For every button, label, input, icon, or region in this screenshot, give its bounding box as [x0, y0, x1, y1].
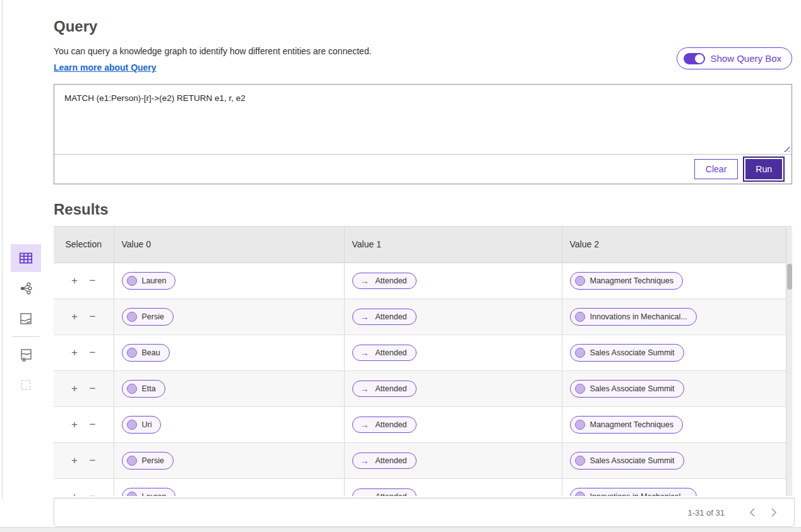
query-input[interactable]: MATCH (e1:Person)-[r]->(e2) RETURN e1, r…	[54, 85, 792, 154]
results-table: Selection Value 0 Value 1 Value 2 + −	[54, 227, 786, 496]
relationship-chip[interactable]: → Attended	[352, 452, 417, 469]
relationship-label: Attended	[376, 420, 407, 429]
relationship-arrow-icon: →	[357, 312, 371, 321]
entity-chip[interactable]: Sales Associate Summit	[570, 452, 684, 470]
entity-label: Lauren	[142, 492, 167, 497]
entity-node-icon	[575, 492, 585, 497]
entity-chip[interactable]: Sales Associate Summit	[570, 344, 684, 362]
left-edge-divider	[2, 0, 3, 499]
value0-cell: Beau	[114, 334, 344, 370]
main-content: Query You can query a knowledge graph to…	[54, 0, 792, 532]
table-row: + − Uri → Attended	[54, 406, 786, 442]
entity-chip[interactable]: Beau	[122, 344, 170, 362]
relationship-chip[interactable]: → Attended	[352, 417, 417, 433]
map-view-icon	[18, 311, 33, 326]
show-query-box-toggle[interactable]: Show Query Box	[677, 47, 792, 69]
sidebar-divider	[12, 336, 40, 337]
entity-chip[interactable]: Lauren	[122, 272, 176, 290]
value1-cell: → Attended	[344, 370, 562, 406]
link-chart-view-button[interactable]	[11, 275, 41, 302]
add-to-selection-button[interactable]: +	[67, 310, 82, 323]
relationship-chip[interactable]: → Attended	[352, 488, 417, 497]
value2-cell: Managment Techniques	[562, 406, 786, 442]
relationship-chip[interactable]: → Attended	[352, 273, 417, 289]
table-view-button[interactable]	[11, 244, 41, 272]
add-to-selection-button[interactable]: +	[67, 490, 82, 496]
map-view-button[interactable]	[11, 305, 41, 333]
learn-more-link[interactable]: Learn more about Query	[54, 62, 157, 73]
remove-from-selection-button[interactable]: −	[85, 382, 100, 395]
table-header-row: Selection Value 0 Value 1 Value 2	[54, 227, 786, 263]
remove-from-selection-button[interactable]: −	[85, 310, 100, 323]
table-scrollbar-thumb[interactable]	[787, 264, 792, 290]
add-to-selection-button[interactable]: +	[67, 454, 82, 467]
value2-cell: Innovations in Mechanical...	[562, 299, 786, 334]
remove-from-selection-button[interactable]: −	[85, 346, 100, 359]
entity-chip[interactable]: Innovations in Mechanical...	[570, 488, 697, 497]
entity-chip[interactable]: Sales Associate Summit	[570, 380, 684, 398]
table-row: + − Lauren → Attended	[54, 263, 786, 299]
relationship-chip[interactable]: → Attended	[352, 309, 417, 325]
entity-node-icon	[575, 348, 585, 358]
value0-cell: Persie	[114, 442, 344, 478]
entity-chip[interactable]: Innovations in Mechanical...	[570, 308, 697, 326]
previous-page-button[interactable]	[744, 504, 761, 521]
remove-from-selection-button[interactable]: −	[85, 418, 100, 431]
selection-frame-button	[11, 371, 41, 399]
entity-chip[interactable]: Etta	[122, 380, 165, 398]
page-description: You can query a knowledge graph to ident…	[54, 46, 372, 56]
page-title: Query	[54, 18, 97, 35]
entity-chip[interactable]: Managment Techniques	[570, 416, 684, 434]
entity-node-icon	[575, 456, 585, 466]
entity-chip[interactable]: Persie	[122, 452, 174, 470]
entity-node-icon	[127, 276, 137, 286]
entity-node-icon	[575, 276, 585, 286]
show-query-box-label: Show Query Box	[710, 53, 781, 64]
next-page-button[interactable]	[765, 504, 783, 521]
results-table-body: + − Lauren → Attended	[54, 263, 786, 496]
value1-cell: → Attended	[344, 334, 562, 370]
run-button[interactable]: Run	[744, 158, 783, 180]
relationship-arrow-icon: →	[357, 348, 371, 357]
relationship-label: Attended	[376, 276, 407, 285]
clear-button[interactable]: Clear	[694, 159, 738, 179]
relationship-chip[interactable]: → Attended	[352, 345, 417, 361]
entity-label: Etta	[142, 384, 156, 393]
relationship-label: Attended	[376, 384, 407, 393]
new-map-button[interactable]	[11, 341, 41, 369]
view-switcher-sidebar	[11, 244, 41, 401]
value1-cell: → Attended	[344, 406, 562, 442]
add-to-selection-button[interactable]: +	[67, 382, 82, 395]
entity-label: Innovations in Mechanical...	[590, 312, 687, 321]
entity-node-icon	[575, 384, 585, 394]
table-row: + − Persie → Attended	[54, 442, 786, 478]
query-page: Query You can query a knowledge graph to…	[0, 0, 801, 532]
entity-chip[interactable]: Lauren	[122, 488, 176, 497]
table-row: + − Lauren → Attended	[54, 478, 786, 496]
value0-cell: Lauren	[114, 263, 344, 299]
pagination-range-label: 1-31 of 31	[687, 508, 725, 517]
results-table-container: Selection Value 0 Value 1 Value 2 + −	[54, 226, 792, 496]
remove-from-selection-button[interactable]: −	[85, 274, 100, 287]
relationship-label: Attended	[376, 492, 407, 497]
relationship-chip[interactable]: → Attended	[352, 381, 417, 397]
column-header-value2: Value 2	[562, 227, 786, 263]
add-to-selection-button[interactable]: +	[67, 418, 82, 431]
entity-chip[interactable]: Managment Techniques	[570, 272, 684, 290]
bottom-edge-strip	[0, 527, 801, 532]
entity-node-icon	[127, 420, 137, 430]
add-to-selection-button[interactable]: +	[67, 274, 82, 287]
relationship-arrow-icon: →	[357, 420, 371, 429]
entity-node-icon	[575, 420, 585, 430]
pagination-bar: 1-31 of 31	[54, 498, 795, 527]
column-header-value1: Value 1	[344, 227, 562, 263]
entity-label: Uri	[142, 420, 152, 429]
value0-cell: Persie	[114, 299, 344, 334]
remove-from-selection-button[interactable]: −	[85, 454, 100, 467]
entity-chip[interactable]: Persie	[122, 308, 174, 326]
remove-from-selection-button[interactable]: −	[85, 490, 100, 496]
add-to-selection-button[interactable]: +	[67, 346, 82, 359]
selection-cell: + −	[54, 370, 114, 406]
entity-chip[interactable]: Uri	[122, 416, 162, 434]
relationship-arrow-icon: →	[357, 276, 371, 285]
